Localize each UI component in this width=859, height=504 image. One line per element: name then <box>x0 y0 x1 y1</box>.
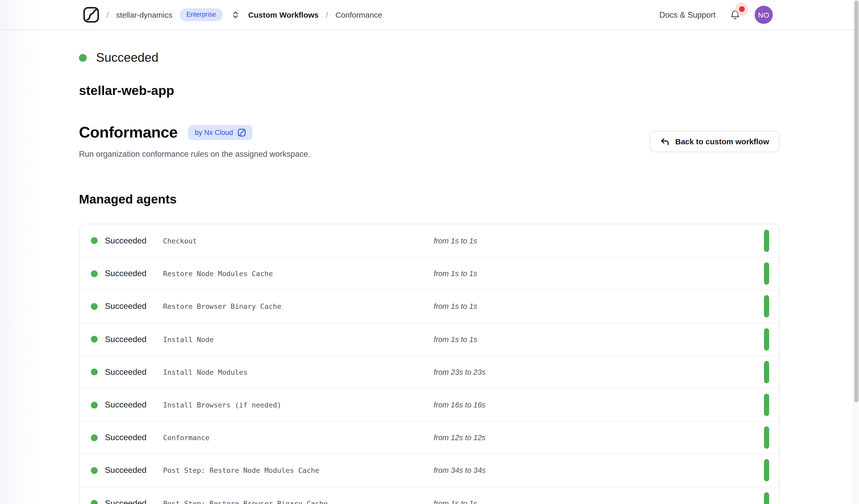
undo-arrow-icon <box>660 137 669 146</box>
page-title: Conformance <box>79 123 178 142</box>
agent-status-label: Succeeded <box>105 400 147 410</box>
main-content: Succeeded stellar-web-app Conformance by… <box>79 50 780 504</box>
agent-step-name: Restore Node Modules Cache <box>163 270 273 278</box>
run-status-label: Succeeded <box>96 50 159 65</box>
avatar[interactable]: NO <box>755 6 773 24</box>
agent-row[interactable]: Succeeded Post Step: Restore Node Module… <box>79 454 779 487</box>
app-window: / stellar-dynamics Enterprise Custom Wor… <box>0 0 859 504</box>
status-dot-icon <box>91 500 97 504</box>
section-header: Conformance by Nx Cloud Back to custom w… <box>79 123 780 142</box>
duration-bar-icon <box>764 394 769 416</box>
agent-status-label: Succeeded <box>105 499 147 504</box>
plan-badge: Enterprise <box>180 8 223 21</box>
agent-step-name: Install Node Modules <box>163 368 247 376</box>
duration-bar-icon <box>764 459 769 482</box>
duration-bar-icon <box>764 295 769 318</box>
top-nav: / stellar-dynamics Enterprise Custom Wor… <box>0 0 859 30</box>
breadcrumb-section[interactable]: Custom Workflows <box>248 10 319 19</box>
run-status: Succeeded <box>79 50 780 65</box>
agent-row[interactable]: Succeeded Install Node from 1s to 1s <box>79 323 779 355</box>
agent-row[interactable]: Succeeded Conformance from 12s to 12s <box>79 421 779 454</box>
agent-status-label: Succeeded <box>105 335 147 344</box>
workspace-title: stellar-web-app <box>79 82 780 98</box>
agent-step-name: Install Node <box>163 335 214 343</box>
duration-bar-icon <box>764 426 769 449</box>
agent-step-timing: from 1s to 1s <box>434 236 477 245</box>
duration-bar-icon <box>764 328 769 350</box>
breadcrumb-org[interactable]: stellar-dynamics <box>116 10 172 19</box>
agent-step-timing: from 1s to 1s <box>434 499 477 504</box>
nx-cloud-logo-icon[interactable] <box>83 7 99 23</box>
header-actions: Docs & Support NO <box>659 6 773 24</box>
agent-status-label: Succeeded <box>105 433 147 442</box>
breadcrumb-separator: / <box>326 10 328 19</box>
managed-agents-title: Managed agents <box>79 192 780 207</box>
agent-row[interactable]: Succeeded Checkout from 1s to 1s <box>79 224 779 257</box>
duration-bar-icon <box>764 361 769 383</box>
status-dot-icon <box>91 271 97 277</box>
status-dot-icon <box>91 336 97 342</box>
scrollbar-thumb[interactable] <box>854 1 858 402</box>
agent-step-name: Restore Browser Binary Cache <box>163 302 281 311</box>
agent-step-name: Checkout <box>163 236 197 245</box>
agent-step-timing: from 12s to 12s <box>434 433 486 442</box>
notifications-button[interactable] <box>729 8 742 21</box>
chevron-up-down-icon <box>231 10 240 19</box>
agent-step-timing: from 34s to 34s <box>434 467 486 475</box>
breadcrumb: / stellar-dynamics Enterprise Custom Wor… <box>83 7 382 23</box>
status-dot-icon <box>91 401 97 408</box>
agent-status-label: Succeeded <box>105 367 147 377</box>
duration-bar-icon <box>764 263 769 285</box>
status-dot-icon <box>79 54 87 61</box>
breadcrumb-separator: / <box>106 10 109 19</box>
by-nx-cloud-label: by Nx Cloud <box>195 128 233 136</box>
agent-status-label: Succeeded <box>105 236 147 245</box>
edge-vignette <box>0 0 36 504</box>
breadcrumb-page: Conformance <box>335 10 382 19</box>
agent-row[interactable]: Succeeded Restore Browser Binary Cache f… <box>79 290 779 323</box>
agent-step-name: Post Step: Restore Node Modules Cache <box>163 467 319 475</box>
status-dot-icon <box>91 434 97 441</box>
agent-step-timing: from 1s to 1s <box>434 335 477 343</box>
agent-step-timing: from 23s to 23s <box>434 368 486 376</box>
agent-row[interactable]: Succeeded Install Browsers (if needed) f… <box>79 388 779 421</box>
scrollbar-track[interactable] <box>853 0 859 504</box>
by-nx-cloud-badge[interactable]: by Nx Cloud <box>188 125 252 140</box>
managed-agents-list: Succeeded Checkout from 1s to 1s Succeed… <box>79 224 780 504</box>
agent-step-name: Post Step: Restore Browser Binary Cache <box>163 499 328 504</box>
workspace-switcher-button[interactable] <box>230 9 241 20</box>
status-dot-icon <box>91 467 97 474</box>
agent-row[interactable]: Succeeded Restore Node Modules Cache fro… <box>79 257 779 290</box>
notification-dot-icon <box>739 6 745 12</box>
agent-step-timing: from 1s to 1s <box>434 270 477 278</box>
agent-row[interactable]: Succeeded Post Step: Restore Browser Bin… <box>79 487 779 504</box>
status-dot-icon <box>91 369 97 376</box>
agent-status-label: Succeeded <box>105 466 147 475</box>
agent-step-name: Install Browsers (if needed) <box>163 401 281 409</box>
duration-bar-icon <box>764 229 769 252</box>
agent-row[interactable]: Succeeded Install Node Modules from 23s … <box>79 355 779 388</box>
back-to-custom-workflow-button[interactable]: Back to custom workflow <box>650 131 780 152</box>
duration-bar-icon <box>764 492 769 504</box>
back-button-label: Back to custom workflow <box>675 137 769 146</box>
status-dot-icon <box>91 237 97 244</box>
nx-logo-icon <box>238 128 245 136</box>
agent-status-label: Succeeded <box>105 269 147 278</box>
agent-step-timing: from 16s to 16s <box>434 401 486 409</box>
agent-step-timing: from 1s to 1s <box>434 302 477 311</box>
status-dot-icon <box>91 303 97 310</box>
docs-support-link[interactable]: Docs & Support <box>659 10 715 19</box>
agent-step-name: Conformance <box>163 433 210 442</box>
agent-status-label: Succeeded <box>105 302 147 311</box>
